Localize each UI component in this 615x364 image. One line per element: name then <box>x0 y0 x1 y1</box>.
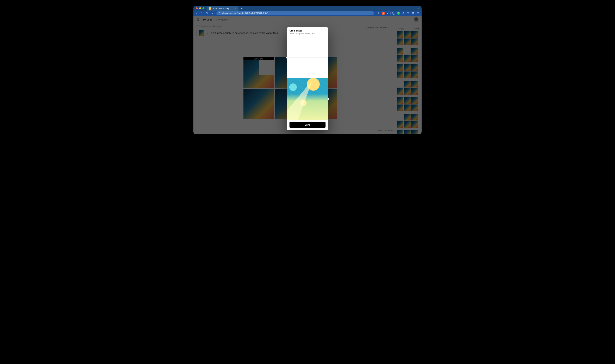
extension-onepassword-icon[interactable]: ① <box>392 12 395 15</box>
brave-shield-icon[interactable]: 8 <box>382 12 385 15</box>
tab-favicon <box>209 7 211 10</box>
forward-button[interactable] <box>200 12 203 15</box>
crop-canvas[interactable] <box>287 36 328 120</box>
warning-triangle-icon[interactable]: ▲ <box>386 12 389 14</box>
tab-close-icon[interactable]: × <box>235 7 237 10</box>
bookmark-icon <box>211 12 214 14</box>
chevron-left-icon <box>196 12 198 14</box>
tab-overflow-button[interactable] <box>417 7 420 10</box>
modal-close-button[interactable]: × <box>324 29 326 32</box>
chevron-right-icon <box>201 12 203 14</box>
crop-handle-tl[interactable] <box>286 57 288 58</box>
crop-modal: × Crop image Select a square area to edi… <box>287 27 328 130</box>
modal-title: Crop image <box>290 29 325 32</box>
pip-icon <box>407 12 410 14</box>
window-traffic-lights[interactable] <box>196 7 204 9</box>
bookmark-button[interactable] <box>211 12 214 15</box>
browser-tabstrip: a futuristic society in outer spa… × + <box>193 6 422 11</box>
browser-menu-button[interactable] <box>416 12 420 15</box>
app-logo-icon[interactable] <box>412 12 415 15</box>
url-bar[interactable]: labs.openai.com/e/ne3pq7GfQgxksFT49O4oK6… <box>216 11 374 15</box>
pip-button[interactable] <box>407 12 410 15</box>
page-viewport: DALL·E My collection ··· Edit the detail… <box>193 16 422 134</box>
new-tab-button[interactable]: + <box>240 6 244 11</box>
crop-selection[interactable] <box>287 58 328 99</box>
reload-button[interactable] <box>205 12 208 15</box>
stripes-icon <box>412 12 414 14</box>
browser-toolbar: labs.openai.com/e/ne3pq7GfQgxksFT49O4oK6… <box>193 11 422 16</box>
back-button[interactable] <box>195 12 199 15</box>
puzzle-icon <box>402 12 404 14</box>
chevron-down-icon <box>417 7 420 10</box>
tab-title: a futuristic society in outer spa… <box>213 7 233 10</box>
done-button[interactable]: Done <box>290 122 325 128</box>
modal-subtitle: Select a square area to edit <box>290 32 325 35</box>
browser-tab-active[interactable]: a futuristic society in outer spa… × <box>207 6 239 11</box>
download-icon <box>377 12 380 14</box>
lock-icon <box>218 12 220 14</box>
crop-handle-br[interactable] <box>327 98 329 100</box>
extensions-button[interactable] <box>401 12 405 15</box>
download-button[interactable] <box>377 12 380 15</box>
extension-grammarly-icon[interactable]: G <box>397 12 400 15</box>
reload-icon <box>206 12 208 14</box>
hamburger-icon <box>417 12 420 14</box>
url-text: labs.openai.com/e/ne3pq7GfQgxksFT49O4oK6… <box>222 12 268 14</box>
